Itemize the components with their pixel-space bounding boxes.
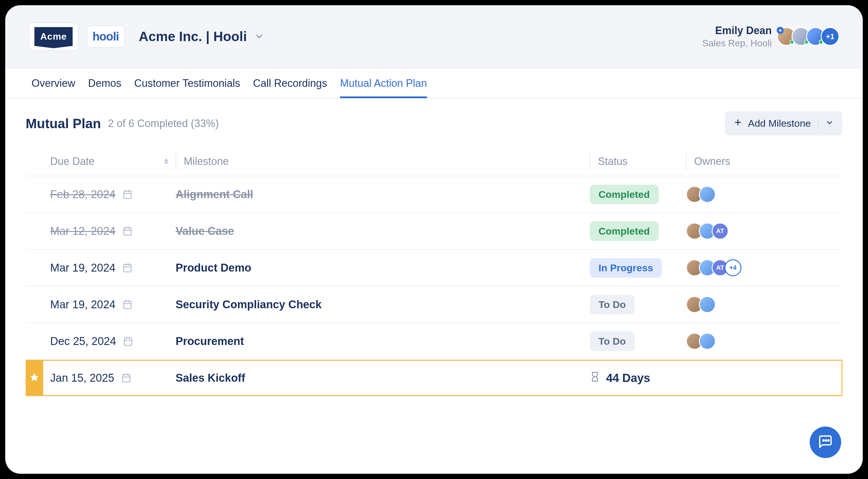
column-label: Milestone [184,155,229,168]
acme-logo: Acme [34,27,73,46]
column-status[interactable]: Status [590,153,686,170]
due-date-text: Feb 28, 2024 [50,188,116,201]
owners-cell[interactable]: AT+4 [686,259,842,276]
status-cell: To Do [590,332,686,351]
svg-rect-14 [124,301,131,309]
plan-progress: 2 of 6 Completed (33%) [108,117,219,130]
calendar-icon[interactable] [123,263,132,273]
user-name: Emily Dean [702,25,772,37]
star-column [26,250,43,286]
star-column [26,176,43,212]
tabs: Overview Demos Customer Testimonials Cal… [5,68,863,99]
add-milestone-label: Add Milestone [748,118,811,129]
milestone-cell: Value Case [176,225,590,237]
column-label: Owners [694,155,730,168]
table-row[interactable]: Mar 19, 2024Product DemoIn ProgressAT+4 [26,250,842,286]
owners-cell[interactable] [686,296,842,313]
svg-rect-23 [123,375,130,382]
tab-customer-testimonials[interactable]: Customer Testimonials [134,68,240,98]
star-icon [29,372,39,383]
due-date-text: Mar 12, 2024 [50,225,116,237]
status-cell: 44 Days [590,372,686,385]
content: Mutual Plan 2 of 6 Completed (33%) Add M… [5,99,863,397]
star-column [26,360,43,396]
plan-header: Mutual Plan 2 of 6 Completed (33%) Add M… [26,111,842,135]
chevron-down-icon [254,31,264,41]
svg-rect-6 [124,228,131,235]
avatar [699,333,716,350]
star-icon: ★ [777,27,784,34]
svg-rect-2 [124,191,131,199]
column-due-date[interactable]: Due Date [50,153,176,170]
table-row[interactable]: Dec 25, 2024ProcurementTo Do [26,323,842,360]
milestone-cell: Sales Kickoff [176,372,590,384]
due-date-cell: Jan 15, 2025 [50,372,176,384]
chat-fab[interactable] [810,426,841,458]
plus-icon [734,118,742,129]
due-date-cell: Mar 12, 2024 [50,225,176,237]
deal-selector[interactable]: Acme Inc. | Hooli [139,29,265,44]
participant-avatars[interactable]: ★ +1 [777,27,839,46]
tab-demos[interactable]: Demos [88,68,121,98]
tab-call-recordings[interactable]: Call Recordings [253,68,327,98]
status-badge[interactable]: To Do [590,295,635,314]
status-badge[interactable]: To Do [590,332,635,351]
plan-title: Mutual Plan [26,116,101,131]
calendar-icon[interactable] [123,336,133,346]
calendar-icon[interactable] [123,190,132,199]
calendar-icon[interactable] [123,226,132,236]
svg-point-28 [826,440,827,441]
column-label: Status [598,155,628,168]
calendar-icon[interactable] [121,373,131,383]
milestone-cell: Product Demo [176,262,590,274]
tab-mutual-action-plan[interactable]: Mutual Action Plan [340,68,427,98]
column-label: Due Date [50,155,94,168]
svg-marker-22 [30,373,38,381]
calendar-icon[interactable] [123,300,132,309]
header: Acme hooli Acme Inc. | Hooli Emily Dean … [5,5,863,68]
star-column [26,323,43,359]
avatar-initials: AT [712,223,728,240]
due-date-cell: Mar 19, 2024 [50,298,176,311]
table-row[interactable]: Mar 19, 2024Security Compliancy CheckTo … [26,286,842,323]
svg-point-27 [823,440,824,441]
status-cell: In Progress [590,258,686,278]
status-badge[interactable]: Completed [590,221,659,241]
status-cell: Completed [590,221,686,241]
table-row[interactable]: Jan 15, 2025Sales Kickoff44 Days [26,360,842,397]
svg-rect-18 [124,338,132,346]
due-date-text: Dec 25, 2024 [50,335,116,348]
acme-logo-box: Acme [29,23,79,51]
table-row[interactable]: Feb 28, 2024Alignment CallCompleted [26,176,842,213]
column-milestone[interactable]: Milestone [176,153,590,170]
deal-title: Acme Inc. | Hooli [139,29,247,44]
countdown-text: 44 Days [606,372,650,385]
status-badge[interactable]: In Progress [590,258,662,278]
milestone-cell: Alignment Call [176,188,590,201]
star-column [26,286,43,322]
svg-rect-10 [124,265,131,272]
divider [818,118,818,129]
owners-cell[interactable]: AT [686,223,842,240]
due-date-text: Jan 15, 2025 [50,372,114,384]
table-header: Due Date Milestone Status Owners [26,147,842,176]
avatar [699,296,716,313]
header-right: Emily Dean Sales Rep, Hooli ★ +1 [702,25,839,49]
column-owners[interactable]: Owners [686,153,842,170]
milestone-cell: Procurement [176,335,590,348]
add-milestone-button[interactable]: Add Milestone [725,111,842,135]
avatar-overflow[interactable]: +4 [724,259,741,276]
user-block: Emily Dean Sales Rep, Hooli [702,25,772,49]
tab-overview[interactable]: Overview [31,68,75,98]
status-cell: To Do [590,295,686,314]
table-row[interactable]: Mar 12, 2024Value CaseCompletedAT [26,213,842,250]
milestone-table: Due Date Milestone Status Owners Feb 28,… [26,147,842,397]
avatar-overflow[interactable]: +1 [821,27,839,46]
countdown: 44 Days [590,372,650,385]
status-badge[interactable]: Completed [590,185,659,204]
sort-icon[interactable] [164,159,168,164]
due-date-cell: Mar 19, 2024 [50,262,176,274]
owners-cell[interactable] [686,333,842,350]
owners-cell[interactable] [686,186,842,203]
milestone-cell: Security Compliancy Check [176,298,590,311]
